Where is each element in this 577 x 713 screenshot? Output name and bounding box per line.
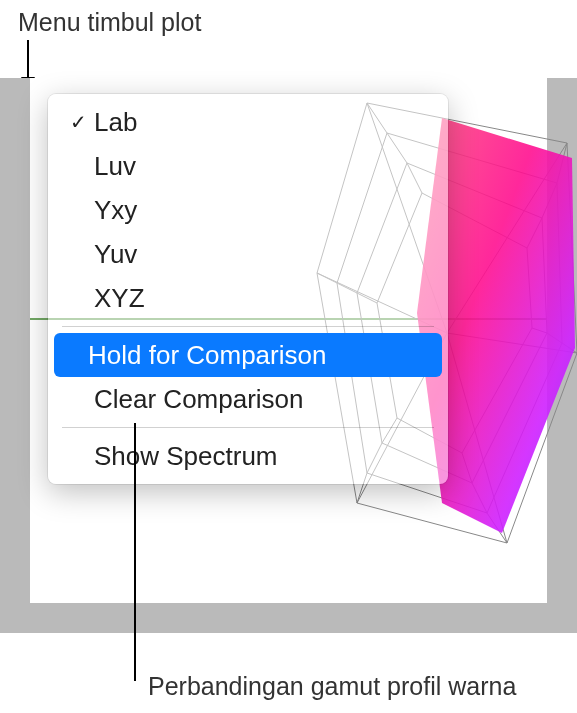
- menu-item-label: Show Spectrum: [94, 441, 434, 472]
- menu-item-label: Yuv: [94, 239, 434, 270]
- menu-item-yxy[interactable]: Yxy: [48, 188, 448, 232]
- menu-separator: [62, 427, 434, 428]
- menu-separator: [62, 326, 434, 327]
- menu-item-label: Luv: [94, 151, 434, 182]
- menu-item-label: Clear Comparison: [94, 384, 434, 415]
- checkmark-icon: ✓: [62, 110, 94, 134]
- menu-item-clear-comparison[interactable]: Clear Comparison: [48, 377, 448, 421]
- menu-item-label: Hold for Comparison: [88, 340, 428, 371]
- menu-item-label: XYZ: [94, 283, 434, 314]
- annotation-top-label: Menu timbul plot: [18, 8, 201, 37]
- plot-popup-menu: ✓ Lab Luv Yxy Yuv XYZ Hold for Compariso…: [48, 94, 448, 484]
- menu-item-label: Lab: [94, 107, 434, 138]
- menu-item-xyz[interactable]: XYZ: [48, 276, 448, 320]
- menu-item-luv[interactable]: Luv: [48, 144, 448, 188]
- menu-item-hold-comparison[interactable]: Hold for Comparison: [54, 333, 442, 377]
- menu-item-lab[interactable]: ✓ Lab: [48, 100, 448, 144]
- menu-item-yuv[interactable]: Yuv: [48, 232, 448, 276]
- menu-item-label: Yxy: [94, 195, 434, 226]
- menu-item-show-spectrum[interactable]: Show Spectrum: [48, 434, 448, 478]
- annotation-bottom-label: Perbandingan gamut profil warna: [148, 672, 516, 701]
- callout-line-bottom: [134, 423, 136, 681]
